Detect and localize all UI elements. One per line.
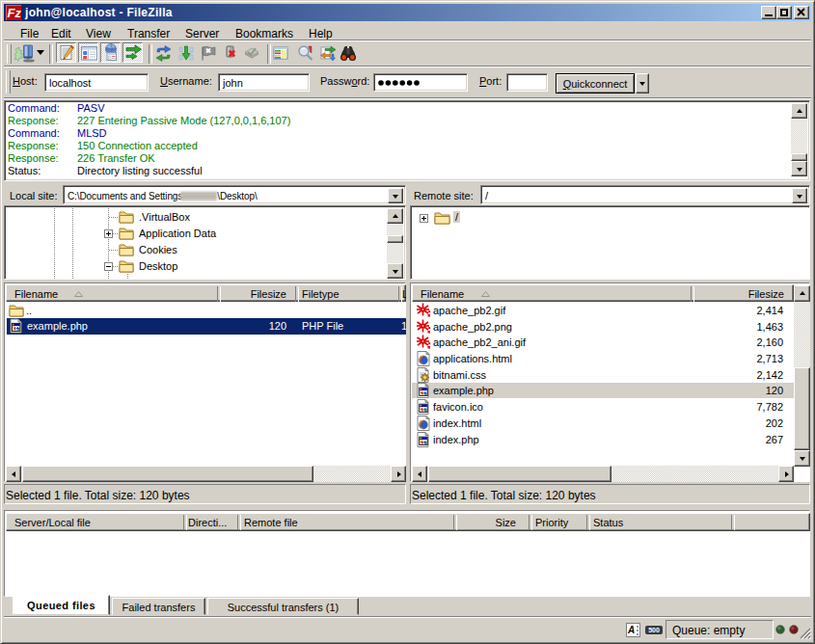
svg-text:Fz: Fz [8, 6, 22, 20]
